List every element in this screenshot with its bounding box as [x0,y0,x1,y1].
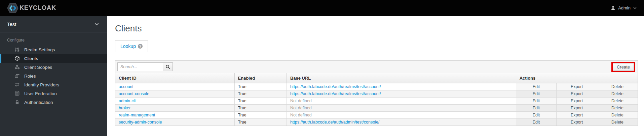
base-url-link[interactable]: https://auth.labcode.de/auth/realms/test… [287,90,516,98]
user-icon [611,5,615,10]
chevron-down-icon [94,23,99,26]
exchange-icon [14,82,20,88]
client-id-link[interactable]: account-console [115,90,234,98]
search-button[interactable] [163,62,173,71]
delete-button[interactable]: Delete [597,83,638,90]
base-url-link[interactable]: https://auth.labcode.de/auth/admin/test/… [287,119,516,126]
cube-icon [14,56,20,61]
sidebar-item-user-federation[interactable]: User Federation [0,89,107,98]
sidebar-item-identity-providers[interactable]: Identity Providers [0,80,107,89]
sidebar-item-client-scopes[interactable]: Client Scopes [0,63,107,72]
base-url-not-defined: Not defined [287,112,516,119]
search-input[interactable] [117,62,163,71]
sidebar-nav: Realm SettingsClientsClient ScopesRolesI… [0,45,107,107]
sidebar-item-label: Clients [24,56,38,61]
base-url-not-defined: Not defined [287,105,516,112]
delete-button[interactable]: Delete [597,98,638,105]
export-button[interactable]: Export [557,98,597,105]
edit-button[interactable]: Edit [516,105,557,112]
edit-button[interactable]: Edit [516,83,557,90]
main-content: Clients Lookup ? [107,16,644,136]
sidebar-item-authentication[interactable]: Authentication [0,98,107,107]
delete-button[interactable]: Delete [597,90,638,98]
client-id-link[interactable]: broker [115,105,234,112]
client-id-link[interactable]: realm-management [115,112,234,119]
table-row: brokerTrueNot definedEditExportDelete [115,105,638,112]
table-header-row: Client ID Enabled Base URL Actions [115,73,638,83]
export-button[interactable]: Export [557,112,597,119]
keycloak-logo[interactable]: KEYCLOAK [7,3,56,13]
create-button[interactable]: Create [613,63,634,71]
enabled-value: True [234,119,287,126]
sidebar-item-realm-settings[interactable]: Realm Settings [0,45,107,54]
table-row: admin-cliTrueNot definedEditExportDelete [115,98,638,105]
table-row: realm-managementTrueNot definedEditExpor… [115,112,638,119]
col-header-client-id: Client ID [115,73,234,83]
sidebar-item-label: Authentication [24,100,53,105]
table-toolbar: Create [115,61,638,73]
export-button[interactable]: Export [557,83,597,90]
lock-icon [14,100,20,105]
tab-lookup-label: Lookup [120,44,136,49]
list-icon [14,73,20,79]
delete-button[interactable]: Delete [597,119,638,126]
export-button[interactable]: Export [557,119,597,126]
realm-name: Test [7,21,16,27]
export-button[interactable]: Export [557,105,597,112]
enabled-value: True [234,83,287,90]
app-root: KEYCLOAK Admin Test Configure [0,0,644,136]
clients-table: Client ID Enabled Base URL Actions accou… [115,73,638,126]
help-icon[interactable]: ? [138,44,143,49]
chevron-down-icon [633,7,637,9]
enabled-value: True [234,112,287,119]
topbar: KEYCLOAK Admin [0,0,644,16]
sidebar-section-configure: Configure [0,32,107,45]
sidebar-item-label: Identity Providers [24,82,59,87]
edit-button[interactable]: Edit [516,90,557,98]
table-row: accountTruehttps://auth.labcode.de/auth/… [115,83,638,90]
edit-button[interactable]: Edit [516,112,557,119]
sidebar-item-label: Roles [24,74,36,79]
col-header-enabled: Enabled [234,73,287,83]
body-row: Test Configure Realm SettingsClientsClie… [0,16,644,136]
sidebar-item-label: Realm Settings [24,47,55,52]
enabled-value: True [234,105,287,112]
search-icon [165,64,170,69]
sidebar-item-label: User Federation [24,91,57,96]
sliders-icon [14,47,20,53]
cubes-icon [14,64,20,70]
sidebar-item-roles[interactable]: Roles [0,72,107,80]
base-url-link[interactable]: https://auth.labcode.de/auth/realms/test… [287,83,516,90]
base-url-not-defined: Not defined [287,98,516,105]
sidebar-item-label: Client Scopes [24,65,52,70]
tab-bar: Lookup ? [115,40,638,52]
sidebar-item-clients[interactable]: Clients [0,54,107,63]
col-header-base-url: Base URL [287,73,516,83]
delete-button[interactable]: Delete [597,105,638,112]
page-title: Clients [115,23,638,34]
keycloak-logo-icon [7,3,19,13]
table-row: account-consoleTruehttps://auth.labcode.… [115,90,638,98]
search-group [117,62,173,71]
user-name: Admin [618,5,631,10]
realm-selector[interactable]: Test [0,16,107,32]
user-menu[interactable]: Admin [603,0,644,16]
logo-text: KEYCLOAK [20,4,56,11]
client-id-link[interactable]: admin-cli [115,98,234,105]
tab-lookup[interactable]: Lookup ? [115,40,148,52]
database-icon [14,91,20,97]
sidebar: Test Configure Realm SettingsClientsClie… [0,16,107,136]
edit-button[interactable]: Edit [516,98,557,105]
client-id-link[interactable]: security-admin-console [115,119,234,126]
client-id-link[interactable]: account [115,83,234,90]
edit-button[interactable]: Edit [516,119,557,126]
table-row: security-admin-consoleTruehttps://auth.l… [115,119,638,126]
col-header-actions: Actions [516,73,638,83]
enabled-value: True [234,90,287,98]
enabled-value: True [234,98,287,105]
clients-panel: Create Client ID Enabled Base URL Action… [115,60,638,126]
delete-button[interactable]: Delete [597,112,638,119]
export-button[interactable]: Export [557,90,597,98]
